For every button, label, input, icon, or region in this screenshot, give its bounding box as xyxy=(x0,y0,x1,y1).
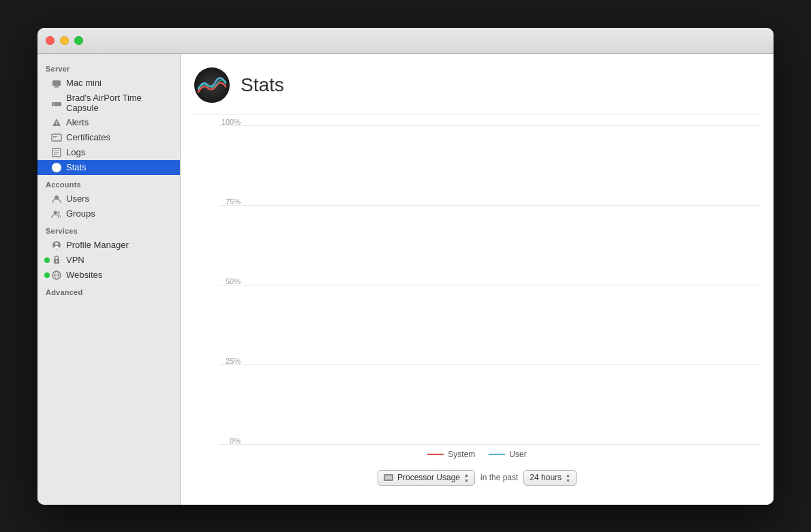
legend-user: User xyxy=(489,450,526,459)
metric-selector[interactable]: Processor Usage ▲ ▼ xyxy=(378,470,475,486)
stats-label: Stats xyxy=(66,162,87,172)
time-stepper-down: ▼ xyxy=(566,478,570,483)
svg-point-16 xyxy=(54,210,57,214)
websites-status-dot xyxy=(44,272,50,278)
svg-rect-4 xyxy=(53,102,55,106)
chart-svg xyxy=(219,125,760,444)
chart-legend: System User xyxy=(194,444,760,465)
grid-line-0: 0% xyxy=(219,444,760,445)
sidebar-item-vpn[interactable]: VPN xyxy=(37,253,180,268)
mac-mini-label: Mac mini xyxy=(66,78,102,88)
certificates-icon xyxy=(51,132,62,143)
maximize-button[interactable] xyxy=(74,36,83,45)
logs-label: Logs xyxy=(66,147,85,157)
users-icon xyxy=(51,193,62,204)
svg-rect-27 xyxy=(385,475,392,480)
svg-point-21 xyxy=(56,260,57,262)
svg-rect-12 xyxy=(54,152,59,153)
groups-icon xyxy=(51,208,62,219)
sidebar-item-mac-mini[interactable]: Mac mini xyxy=(37,76,180,91)
stats-app-icon xyxy=(194,67,230,103)
legend-system: System xyxy=(427,450,475,459)
sidebar-item-logs[interactable]: Logs xyxy=(37,145,180,160)
stepper-down: ▼ xyxy=(464,478,469,483)
profile-manager-label: Profile Manager xyxy=(66,240,129,250)
sidebar-item-profile-manager[interactable]: Profile Manager xyxy=(37,238,180,253)
stats-header: Stats xyxy=(194,67,760,114)
groups-label: Groups xyxy=(66,208,95,219)
svg-rect-13 xyxy=(54,154,57,155)
sidebar-item-airport[interactable]: Brad's AirPort Time Capsule xyxy=(37,91,180,115)
svg-rect-1 xyxy=(55,86,58,87)
sidebar-item-stats[interactable]: Stats xyxy=(37,160,180,175)
vpn-status-dot xyxy=(44,257,50,263)
sidebar-item-users[interactable]: Users xyxy=(37,191,180,206)
svg-rect-0 xyxy=(52,80,61,86)
chart-controls: Processor Usage ▲ ▼ in the past 24 hours… xyxy=(194,465,760,491)
sidebar: Server Mac mini Br xyxy=(37,54,181,505)
time-label: in the past xyxy=(480,473,518,482)
sidebar-item-alerts[interactable]: Alerts xyxy=(37,115,180,130)
logs-icon xyxy=(51,147,62,158)
chart-grid: 100% 75% 50% 25% 0% xyxy=(194,125,760,444)
svg-rect-11 xyxy=(54,151,59,151)
airport-label: Brad's AirPort Time Capsule xyxy=(66,93,172,113)
metric-label: Processor Usage xyxy=(397,473,460,482)
svg-point-17 xyxy=(57,211,60,214)
time-stepper-up: ▲ xyxy=(566,473,570,478)
time-stepper[interactable]: ▲ ▼ xyxy=(566,473,570,483)
system-legend-line xyxy=(427,454,444,455)
profile-manager-icon xyxy=(51,240,62,251)
advanced-label: Advanced xyxy=(37,283,180,299)
user-legend-label: User xyxy=(509,450,526,459)
processor-icon xyxy=(384,474,393,481)
svg-rect-2 xyxy=(54,87,59,87)
sidebar-item-groups[interactable]: Groups xyxy=(37,206,180,221)
titlebar xyxy=(37,28,774,54)
svg-point-6 xyxy=(56,124,57,125)
certificates-label: Certificates xyxy=(66,132,110,142)
stepper-up: ▲ xyxy=(464,473,469,478)
stats-icon xyxy=(51,162,62,173)
user-legend-line xyxy=(489,454,505,455)
websites-label: Websites xyxy=(66,270,102,280)
metric-stepper[interactable]: ▲ ▼ xyxy=(464,473,469,483)
users-label: Users xyxy=(66,193,89,204)
svg-rect-8 xyxy=(53,136,57,137)
server-section-label: Server xyxy=(37,59,180,76)
close-button[interactable] xyxy=(46,36,55,45)
mac-mini-icon xyxy=(51,78,62,89)
alerts-icon xyxy=(51,117,62,128)
svg-point-19 xyxy=(55,242,58,245)
minimize-button[interactable] xyxy=(60,36,69,45)
airport-icon xyxy=(51,97,62,108)
svg-rect-5 xyxy=(57,121,57,124)
time-selector[interactable]: 24 hours ▲ ▼ xyxy=(523,470,577,486)
svg-rect-9 xyxy=(53,138,56,138)
sidebar-item-certificates[interactable]: Certificates xyxy=(37,130,180,145)
chart-area: 100% 75% 50% 25% 0% xyxy=(194,125,760,491)
accounts-section-label: Accounts xyxy=(37,175,180,191)
services-section-label: Services xyxy=(37,221,180,238)
alerts-label: Alerts xyxy=(66,117,89,127)
time-value: 24 hours xyxy=(530,473,562,482)
page-title: Stats xyxy=(241,74,284,96)
sidebar-item-websites[interactable]: Websites xyxy=(37,268,180,283)
system-legend-label: System xyxy=(448,450,475,459)
vpn-icon xyxy=(51,255,62,266)
main-window: Server Mac mini Br xyxy=(37,28,774,505)
vpn-label: VPN xyxy=(66,255,85,265)
main-panel: Stats 100% 75% 50% 25% xyxy=(181,54,774,505)
content-area: Server Mac mini Br xyxy=(37,54,774,505)
websites-icon xyxy=(51,270,62,281)
